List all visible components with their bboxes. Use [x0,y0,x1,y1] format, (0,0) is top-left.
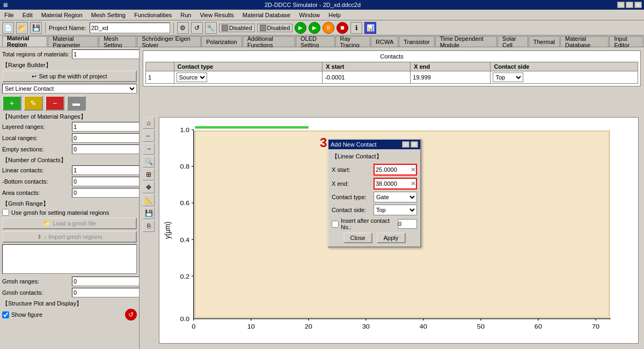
stop-button[interactable]: ⏹ [336,22,348,34]
tab-input-editor[interactable]: Input Editor [609,36,643,47]
menu-item-material-region[interactable]: Material Region [39,11,85,19]
empty-input[interactable] [72,144,140,154]
tab-rcwa[interactable]: RCWA [371,36,398,47]
layered-input[interactable] [72,122,140,132]
pan-button[interactable]: ✥ [143,181,155,193]
bottom-contacts-input[interactable] [72,177,140,186]
remove-range-button[interactable]: − [45,96,64,111]
load-gmsh-button[interactable]: 📁 Load a gmsh file [2,217,137,229]
linear-contacts-label: Linear contacts: [2,167,72,173]
menu-item-file[interactable]: File [2,11,16,19]
dialog-close-btn[interactable]: ✕ [411,141,418,148]
xend-clear[interactable]: ✕ [411,180,416,187]
pause-button[interactable]: ⏸ [323,22,334,34]
show-figure-checkbox[interactable] [2,311,9,318]
tab-solar-cell[interactable]: Solar Cell [497,36,528,47]
settings-button[interactable]: ⚙ [177,22,189,34]
use-gmsh-checkbox[interactable] [2,209,9,216]
zoom-in-button[interactable]: 🔍 [143,156,155,168]
menu-item-view-results[interactable]: View Results [197,11,236,19]
xend-input[interactable] [375,179,409,188]
add-range-button[interactable]: + [2,96,21,111]
linear-contacts-input[interactable] [72,165,140,175]
chart-button[interactable]: 📊 [364,22,376,34]
area-contacts-row: Area contacts: [2,188,137,198]
tab-mesh-setting[interactable]: Mesh Setting [99,36,136,47]
insert-value-input[interactable] [398,219,417,229]
new-button[interactable]: 📄 [2,22,14,34]
gmsh-text-area[interactable] [2,244,137,274]
refresh-icon[interactable]: ↺ [125,309,137,321]
row-xstart: -0.0001 [323,71,411,84]
tool-button[interactable]: 🔧 [205,22,217,34]
contact-side-label: Contact side: [332,207,374,213]
measure-button[interactable]: 📐 [143,194,155,206]
dialog-close-button[interactable]: Close [343,232,372,243]
linear-contact-select[interactable]: Set Linear Contact [2,84,137,93]
menu-item-functionalities[interactable]: Functionalities [132,11,174,19]
maximize-button[interactable]: □ [626,2,633,8]
local-input[interactable] [72,133,140,143]
tab-material-parameter[interactable]: Material Parameter [48,36,98,47]
import-gmsh-button[interactable]: ⬇ ↓ Import gmsh regions [2,231,137,243]
svg-text:20: 20 [305,323,312,330]
tab-thermal[interactable]: Thermal [529,36,560,47]
tab-oled-setting[interactable]: OLED Setting [296,36,335,47]
save-image-button[interactable]: 💾 [143,207,155,219]
dialog-minimize[interactable]: − [402,141,409,148]
tab-transistor[interactable]: Transistor [399,36,435,47]
setup-width-button[interactable]: ↩ Set up the width of project [2,70,137,82]
tab-material-database[interactable]: Material Database [560,36,609,47]
structure-plot-header: 【Structure Plot and Display】 [2,300,137,308]
info-button[interactable]: ℹ [350,22,362,34]
insert-checkbox[interactable] [332,221,339,228]
menu-item-material-database[interactable]: Material Database [240,11,292,19]
tab-polarization[interactable]: Polarization [201,36,241,47]
copy-button[interactable]: ⎘ [143,220,155,232]
xstart-clear[interactable]: ✕ [411,166,416,173]
tab-schrödinger-eigen-solver[interactable]: Schrödinger Eigen Solver [137,36,201,47]
gmsh-contacts-input[interactable] [72,288,140,297]
total-regions-input[interactable] [72,49,140,59]
tab-time-dependent-module[interactable]: Time Dependent Module [435,36,497,47]
xstart-input[interactable] [375,165,409,174]
xstart-input-wrap: ✕ [374,164,417,176]
tab-ray-tracing[interactable]: Ray Tracing [335,36,371,47]
contact-side-dialog-select[interactable]: Top Bottom Left Right [374,205,417,215]
forward-nav-button[interactable]: → [143,143,155,155]
back-nav-button[interactable]: ← [143,130,155,142]
svg-text:0.8: 0.8 [180,163,189,170]
contact-side-select[interactable]: Top Bottom [493,72,523,82]
tab-additional-functions[interactable]: Additional Functions [243,36,295,47]
run-button-2[interactable]: ▶ [309,22,320,34]
edit-range-button[interactable]: ✎ [24,96,43,111]
row-type[interactable]: Source Drain Gate [174,71,323,84]
zoom-fit-button[interactable]: ⊞ [143,169,155,180]
gmsh-ranges-input[interactable] [72,277,140,286]
home-nav-button[interactable]: ⌂ [143,117,155,129]
menu-item-help[interactable]: Help [326,11,343,19]
dialog-apply-button[interactable]: Apply [377,232,406,243]
run-button-1[interactable]: ▶ [295,22,306,34]
disabled-btn-1[interactable]: Disabled [219,24,255,32]
disabled-btn-2[interactable]: Disabled [257,24,293,32]
refresh-button[interactable]: ↺ [191,22,203,34]
use-gmsh-row: Use gmsh for setting material regions [2,209,137,216]
tab-material-region[interactable]: Material Region [2,36,47,47]
contact-type-select[interactable]: Source Drain Gate [177,72,207,82]
num-material-header: 【Number of Material Ranges】 [2,113,137,121]
menu-item-run[interactable]: Run [178,11,193,19]
menu-item-edit[interactable]: Edit [20,11,35,19]
menu-item-window[interactable]: Window [297,11,322,19]
close-button[interactable]: ✕ [634,2,642,8]
row-num: 1 [146,71,174,84]
minimize-button[interactable]: − [617,2,625,8]
empty-sections-row: Empty sections: [2,144,137,154]
project-name-input[interactable] [90,23,170,33]
menu-item-mesh-setting[interactable]: Mesh Setting [89,11,128,19]
open-button[interactable]: 📂 [16,22,28,34]
row-side[interactable]: Top Bottom [491,71,638,84]
save-button[interactable]: 💾 [30,22,42,34]
contact-type-dialog-select[interactable]: Gate Source Drain Ohmic [374,192,417,202]
area-contacts-input[interactable] [72,188,140,198]
